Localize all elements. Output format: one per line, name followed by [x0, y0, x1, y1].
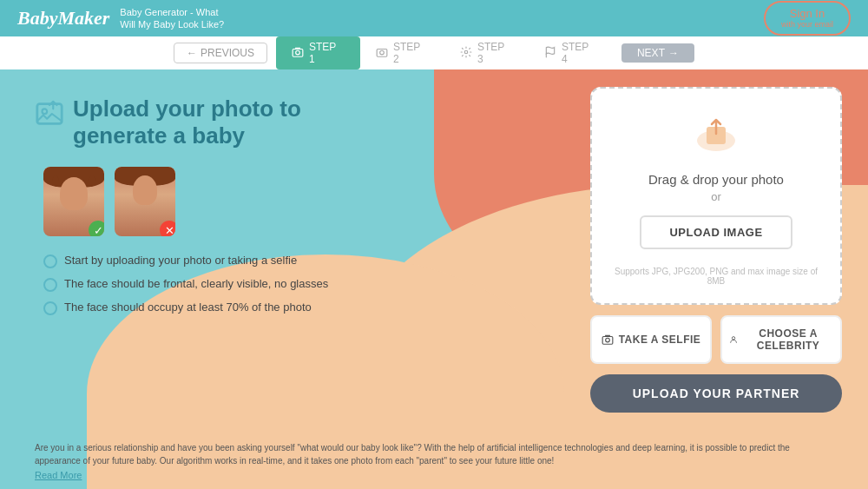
page-title-text: Upload your photo to generate a baby: [73, 96, 301, 149]
logo-text: BabyMaker: [17, 7, 109, 30]
bullet-1: [43, 254, 57, 268]
drag-drop-text: Drag & drop your photo: [648, 172, 784, 187]
previous-button[interactable]: ← PREVIOUS: [174, 43, 267, 63]
svg-point-3: [380, 50, 385, 55]
svg-point-1: [296, 50, 300, 55]
good-badge: ✓: [89, 221, 104, 236]
next-button[interactable]: NEXT →: [621, 43, 694, 63]
gear-icon: [460, 46, 472, 61]
header: BabyMaker Baby Generator - What Will My …: [0, 0, 868, 36]
bullet-3: [43, 301, 57, 315]
cloud-upload-icon: [693, 115, 740, 162]
instruction-item-3: The face should occupy at least 70% of t…: [43, 301, 547, 315]
upload-partner-button[interactable]: UPLOAD YOUR PARTNER: [590, 374, 842, 413]
step-2-tab[interactable]: STEP 2: [360, 36, 444, 69]
or-text: or: [711, 190, 721, 203]
footer-description-area: Are you in a serious relationship and ha…: [0, 434, 868, 489]
svg-rect-6: [37, 104, 62, 124]
upload-dropzone[interactable]: Drag & drop your photo or UPLOAD IMAGE S…: [590, 87, 842, 305]
sign-in-button[interactable]: Sign In with your email: [764, 1, 851, 36]
logo-subtitle: Baby Generator - What Will My Baby Look …: [120, 6, 224, 31]
svg-point-12: [732, 337, 734, 340]
step-4-tab[interactable]: STEP 4: [529, 36, 613, 69]
good-photo-example: ✓: [43, 167, 104, 236]
instruction-item-2: The face should be frontal, clearly visi…: [43, 277, 547, 292]
chevron-right-icon: →: [668, 47, 679, 59]
bullet-2: [43, 278, 57, 292]
chevron-left-icon: ←: [187, 47, 197, 59]
flag-icon: [544, 46, 556, 61]
camera-icon: [292, 46, 304, 61]
upload-image-button[interactable]: UPLOAD IMAGE: [640, 215, 792, 249]
svg-point-4: [464, 50, 468, 54]
upload-photo-icon: [35, 99, 64, 135]
photo-examples: ✓ ✕: [43, 167, 547, 236]
svg-point-11: [605, 338, 609, 342]
step-3-tab[interactable]: STEP 3: [444, 36, 529, 69]
bad-badge: ✕: [160, 221, 175, 236]
page-title-area: Upload your photo to generate a baby: [35, 96, 547, 149]
main-content: Upload your photo to generate a baby ✓ ✕: [0, 69, 868, 489]
instructions-list: Start by uploading your photo or taking …: [43, 254, 547, 315]
bad-photo-example: ✕: [115, 167, 175, 236]
take-selfie-label: TAKE A SELFIE: [619, 334, 701, 346]
camera2-icon: [376, 46, 388, 61]
read-more-link[interactable]: Read More: [35, 470, 833, 480]
file-support-text: Supports JPG, JPG200, PNG and max image …: [609, 267, 823, 286]
steps-navigation: ← PREVIOUS STEP 1 STEP 2 STEP 3 STEP 4 N…: [0, 36, 868, 69]
take-selfie-button[interactable]: TAKE A SELFIE: [590, 315, 712, 364]
choose-celebrity-button[interactable]: CHOOSE A CELEBRITY: [720, 315, 842, 364]
logo-area: BabyMaker Baby Generator - What Will My …: [17, 6, 224, 31]
right-panel: Drag & drop your photo or UPLOAD IMAGE S…: [573, 69, 868, 489]
svg-point-7: [43, 109, 48, 114]
left-panel: Upload your photo to generate a baby ✓ ✕: [0, 69, 573, 489]
step-1-tab[interactable]: STEP 1: [276, 36, 360, 69]
action-row: TAKE A SELFIE CHOOSE A CELEBRITY: [590, 315, 842, 364]
choose-celebrity-label: CHOOSE A CELEBRITY: [743, 327, 833, 352]
footer-description: Are you in a serious relationship and ha…: [35, 441, 833, 467]
instruction-item-1: Start by uploading your photo or taking …: [43, 254, 547, 268]
